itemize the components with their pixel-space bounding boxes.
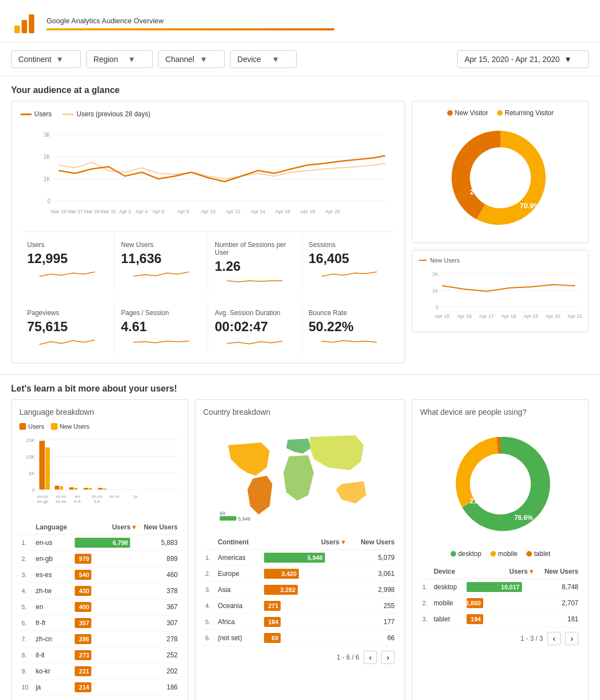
metric-users: Users 12,995 <box>20 232 115 294</box>
right-panel: New Visitor Returning Visitor <box>412 101 589 363</box>
new-users-mini-legend: New Users <box>419 257 582 264</box>
table-row: 8. it-it 273 252 <box>19 647 180 663</box>
table-row: 2. Europe 3,420 3,061 <box>203 566 397 582</box>
svg-text:0: 0 <box>32 487 35 493</box>
svg-text:it-it: it-it <box>94 499 100 504</box>
device-donut-legend: desktop mobile tablet <box>420 550 581 558</box>
svg-rect-0 <box>14 25 20 33</box>
desktop-dot <box>451 551 456 557</box>
bottom-grid: Language breakdown Users New Users 15K 1… <box>0 399 600 700</box>
svg-text:Apr 15: Apr 15 <box>435 313 450 319</box>
prev-users-legend-color <box>63 114 74 115</box>
visitor-donut-card: New Visitor Returning Visitor <box>412 101 589 243</box>
svg-text:0: 0 <box>47 198 50 204</box>
metrics-grid-2: Pageviews 75,615 Pages / Session 4.61 Av… <box>20 300 396 354</box>
country-breakdown-title: Country breakdown <box>203 408 397 416</box>
date-range-filter[interactable]: Apr 15, 2020 - Apr 21, 2020 ▼ <box>457 50 589 68</box>
sparkline-users <box>27 266 107 280</box>
svg-text:1K: 1K <box>432 288 438 294</box>
svg-text:5K: 5K <box>29 471 35 476</box>
svg-text:Apr 20: Apr 20 <box>325 209 340 214</box>
desktop-legend: desktop <box>451 550 482 558</box>
svg-text:Apr 10: Apr 10 <box>201 209 216 214</box>
svg-text:Apr 2: Apr 2 <box>119 209 131 214</box>
metrics-grid: Users 12,995 New Users 11,636 Number of … <box>20 231 396 294</box>
svg-text:69: 69 <box>220 511 225 516</box>
svg-text:3K: 3K <box>44 132 51 138</box>
tablet-legend: tablet <box>526 550 550 558</box>
table-row: 1. desktop 10,017 8,748 <box>420 579 581 595</box>
country-breakdown-card: Country breakdown <box>195 399 405 700</box>
filters-bar: Continent ▼ Region ▼ Channel ▼ Device ▼ … <box>0 43 600 76</box>
svg-text:10K: 10K <box>26 454 35 460</box>
metric-new-users: New Users 11,636 <box>115 232 209 294</box>
legend-new-users-bar: New Users <box>51 423 90 430</box>
chart-legend: Users Users (previous 28 days) <box>20 110 396 118</box>
svg-point-25 <box>470 147 531 208</box>
language-bar-chart: 15K 10K 5K 0 en-us <box>19 434 180 512</box>
svg-text:Apr 18: Apr 18 <box>301 209 315 214</box>
legend-users-bar: Users <box>19 423 44 430</box>
device-breakdown-card: What device are people using? 21.9% 76.6… <box>412 399 589 700</box>
users-header-country[interactable]: Users ▾ <box>262 535 347 550</box>
users-header[interactable]: Users ▾ <box>73 520 138 535</box>
svg-rect-55 <box>84 488 88 490</box>
svg-text:ko-kr: ko-kr <box>110 494 120 499</box>
line-chart-card: Users Users (previous 28 days) 3K 2K 1K … <box>11 101 405 363</box>
svg-rect-57 <box>98 488 102 490</box>
country-prev-page[interactable]: ‹ <box>364 651 377 664</box>
language-breakdown-card: Language breakdown Users New Users 15K 1… <box>11 399 188 700</box>
metric-session-duration: Avg. Session Duration 00:02:47 <box>208 300 302 354</box>
table-row: 6. fr-fr 357 307 <box>19 615 180 631</box>
device-prev-page[interactable]: ‹ <box>547 632 561 645</box>
sparkline-session-duration <box>215 334 295 348</box>
main-grid: Users Users (previous 28 days) 3K 2K 1K … <box>0 101 600 374</box>
table-row: 10. ja 214 186 <box>19 680 180 696</box>
svg-text:Mar 31: Mar 31 <box>101 209 116 214</box>
table-row: 1. Americas 5,948 5,079 <box>203 550 397 566</box>
new-users-mini-chart: 2K 1K 0 Apr 15 Apr 16 Apr 17 Apr 18 Apr … <box>419 268 582 323</box>
device-filter[interactable]: Device ▼ <box>230 50 297 68</box>
svg-text:Mar 29: Mar 29 <box>84 209 100 214</box>
svg-text:1K: 1K <box>44 176 51 182</box>
country-pagination: 1 - 6 / 6 ‹ › <box>203 646 397 664</box>
rank-header-country <box>203 535 215 550</box>
svg-text:2K: 2K <box>44 154 51 160</box>
svg-rect-49 <box>39 441 45 490</box>
country-next-page[interactable]: › <box>381 651 395 664</box>
table-row: 3. es-es 540 460 <box>19 567 180 583</box>
device-next-page[interactable]: › <box>565 632 578 645</box>
users-header-device[interactable]: Users ▾ <box>464 564 535 579</box>
svg-text:Apr 16: Apr 16 <box>457 313 472 319</box>
svg-rect-69 <box>220 516 236 521</box>
audience-section-title: Your audience at a glance <box>0 76 600 101</box>
rank-header <box>19 520 33 535</box>
new-users-header-country: New Users <box>347 535 397 550</box>
svg-rect-1 <box>22 20 27 33</box>
country-table: Continent Users ▾ New Users 1. Americas … <box>203 535 397 646</box>
device-breakdown-title: What device are people using? <box>420 408 581 416</box>
table-row: 3. tablet 194 181 <box>420 611 581 627</box>
table-row: 4. Oceania 271 255 <box>203 598 397 614</box>
svg-rect-51 <box>55 486 59 490</box>
new-visitor-dot <box>447 110 453 116</box>
table-row: 5. Africa 184 177 <box>203 614 397 630</box>
chevron-down-icon: ▼ <box>56 55 64 64</box>
rank-header-device <box>420 564 431 579</box>
continent-filter[interactable]: Continent ▼ <box>11 50 81 68</box>
users-bar-color <box>19 423 26 430</box>
sparkline-sessions <box>309 266 390 280</box>
channel-filter[interactable]: Channel ▼ <box>158 50 225 68</box>
title-underline <box>46 28 334 30</box>
table-row: 4. zh-tw 430 378 <box>19 583 180 599</box>
svg-rect-50 <box>45 447 50 490</box>
region-filter[interactable]: Region ▼ <box>86 50 153 68</box>
chevron-down-icon: ▼ <box>128 55 136 64</box>
legend-prev-users: Users (previous 28 days) <box>63 110 150 118</box>
chevron-down-icon: ▼ <box>564 55 572 64</box>
world-map-container: 5,948 69 <box>203 423 397 528</box>
language-header: Language <box>33 520 73 535</box>
title-block: Google Analytics Audience Overview <box>46 17 334 30</box>
donut-legend: New Visitor Returning Visitor <box>420 109 581 117</box>
language-bar-legend: Users New Users <box>19 423 180 430</box>
